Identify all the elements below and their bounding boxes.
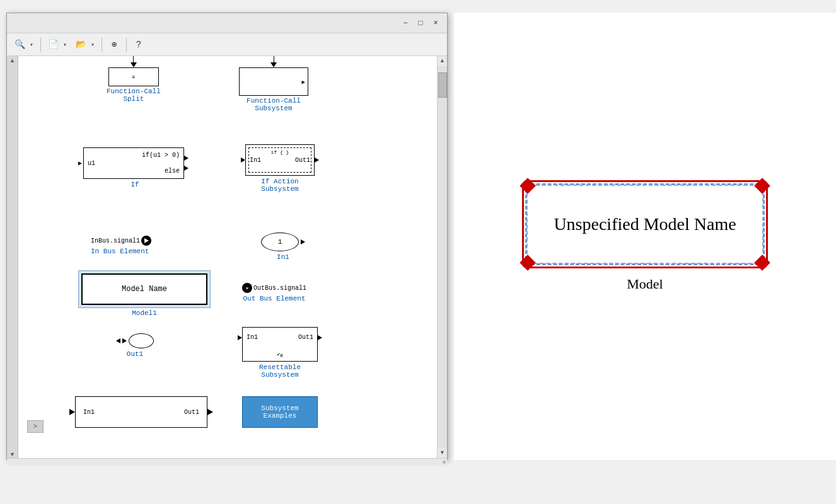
- corner-diamond-tr: [754, 178, 770, 193]
- new-dropdown[interactable]: ▾: [63, 41, 71, 49]
- bottom-out-port: Out1: [184, 409, 199, 416]
- if-action-subsystem-block[interactable]: In1 Out1 if { } If ActionSubsystem: [245, 144, 315, 193]
- right-scrollbar: ▲ ▼: [437, 56, 447, 458]
- function-call-subsystem-block[interactable]: ▶ Function-CallSubsystem: [239, 56, 308, 112]
- search-dropdown[interactable]: ▾: [30, 41, 37, 49]
- inbus-label: In Bus Element: [91, 248, 151, 255]
- scroll-track[interactable]: [438, 66, 447, 448]
- model-inner-text: Model Name: [122, 285, 167, 294]
- canvas-container: ▲ ▼ ≡ Function-CallSplit: [7, 56, 447, 458]
- in1-block[interactable]: 1 In1: [261, 232, 305, 261]
- model-preview-title: Unspecified Model Name: [554, 214, 736, 234]
- outbus-label: Out Bus Element: [242, 295, 306, 302]
- subex-text: SubsystemExamples: [261, 404, 298, 420]
- fc-split-label: Function-CallSplit: [107, 88, 161, 103]
- left-sidebar: ▲ ▼: [7, 56, 18, 458]
- out-bus-element-block[interactable]: × OutBus.signal1 Out Bus Element: [242, 283, 306, 302]
- outbus-signal-text: OutBus.signal1: [253, 285, 306, 292]
- out1-block[interactable]: Out1: [116, 333, 154, 358]
- sidebar-up-arrow[interactable]: ▲: [11, 59, 14, 64]
- corner-diamond-br: [754, 255, 770, 270]
- ifa-label: If ActionSubsystem: [261, 178, 298, 193]
- inbus-signal-text: InBus.signal1: [91, 238, 140, 244]
- search-button[interactable]: 🔍: [11, 37, 28, 53]
- toolbar-sep-1: [40, 38, 41, 52]
- close-button[interactable]: ×: [429, 17, 442, 30]
- right-panel: Unspecified Model Name Model: [454, 13, 836, 460]
- resettable-label: ResettableSubsystem: [242, 364, 318, 379]
- help-button[interactable]: ?: [130, 37, 148, 53]
- resettable-subsystem-block[interactable]: In1 Out1 ↙R ResettableSubsystem: [242, 327, 318, 379]
- minimize-button[interactable]: −: [399, 17, 412, 30]
- expand-panel-tab[interactable]: >: [27, 420, 44, 433]
- link-button[interactable]: ⊕: [105, 37, 123, 53]
- new-button[interactable]: 📄: [44, 37, 62, 53]
- title-bar: − □ ×: [7, 13, 447, 33]
- sidebar-down-arrow[interactable]: ▼: [11, 452, 14, 458]
- fc-sub-label: Function-CallSubsystem: [247, 97, 301, 112]
- corner-diamond-bl: [520, 255, 535, 270]
- main-canvas[interactable]: ≡ Function-CallSplit ▶ u1 if(u1 > 0) els…: [18, 56, 437, 458]
- simulink-window: − □ × 🔍 ▾ 📄 ▾ 📂 ▾ ⊕ ? ▲ ▼: [6, 13, 448, 460]
- model-preview-box: Unspecified Model Name: [522, 180, 768, 268]
- subsystem-examples-block[interactable]: SubsystemExamples: [242, 396, 318, 428]
- scroll-down-arrow[interactable]: ▼: [438, 448, 448, 458]
- toolbar-sep-2: [102, 38, 102, 52]
- bottom-subsystem-block[interactable]: In1 Out1: [75, 396, 207, 428]
- model-label: Model1: [78, 309, 211, 317]
- if-block[interactable]: ▶ u1 if(u1 > 0) else If: [78, 147, 184, 188]
- in-bus-element-block[interactable]: InBus.signal1 In Bus Element: [91, 236, 151, 255]
- open-dropdown[interactable]: ▾: [91, 41, 98, 49]
- resize-handle[interactable]: ⊞: [7, 458, 447, 466]
- scroll-thumb[interactable]: [438, 72, 447, 98]
- out1-label: Out1: [116, 350, 154, 358]
- function-call-split-block[interactable]: ≡ Function-CallSplit: [107, 56, 161, 103]
- in1-label: In1: [277, 253, 289, 261]
- if-label: If: [86, 181, 184, 188]
- model-preview-container: Unspecified Model Name Model: [522, 180, 768, 292]
- toolbar-sep-3: [126, 38, 127, 52]
- toolbar: 🔍 ▾ 📄 ▾ 📂 ▾ ⊕ ?: [7, 33, 447, 56]
- model-preview-label: Model: [627, 276, 663, 292]
- open-button[interactable]: 📂: [72, 37, 90, 53]
- model-block[interactable]: Model Name Model1: [78, 270, 211, 317]
- maximize-button[interactable]: □: [414, 17, 427, 30]
- scroll-up-arrow[interactable]: ▲: [438, 56, 448, 66]
- corner-diamond-tl: [520, 178, 535, 193]
- bottom-in-port: In1: [83, 409, 95, 416]
- resize-icon: ⊞: [443, 459, 446, 465]
